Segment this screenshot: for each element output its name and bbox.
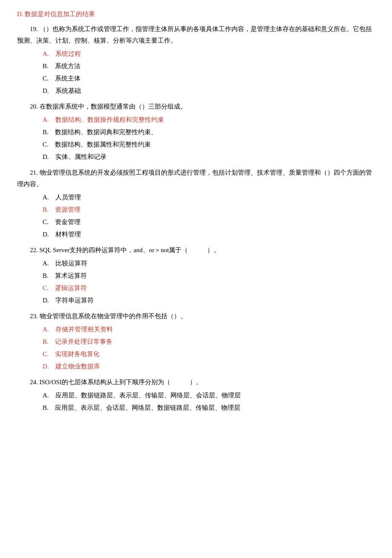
q23-text: 23. 物业管理信息系统在物业管理中的作用不包括（）。 [17, 311, 375, 322]
q23-number: 23. [30, 313, 38, 319]
q23-a-label: A. [43, 326, 55, 333]
q21-c-text: 资金管理 [55, 219, 81, 225]
q23-b-label: B. [43, 338, 55, 345]
q21-c-label: C. [43, 219, 55, 225]
q21-a-label: A. [43, 194, 55, 201]
q20-b-text: 数据结构、数据词典和完整性约束、 [55, 129, 157, 135]
q23-body: 物业管理信息系统在物业管理中的作用不包括（）。 [40, 313, 187, 319]
q21-option-b: B. 资源管理 [43, 204, 375, 216]
q19-body: （）也称为系统工作或管理工作，指管理主体所从事的各项具体工作内容，是管理主体存在… [17, 26, 372, 44]
question-21: 21. 物业管理信息系统的开发必须按照工程项目的形式进行管理，包括计划管理、技术… [17, 167, 375, 240]
q22-option-b: B. 算术运算符 [43, 270, 375, 282]
q19-d-text: 系统基础 [55, 87, 81, 94]
q20-option-c: C. 数据结构、数据属性和完整性约束 [43, 139, 375, 150]
q20-a-text: 数据结构、数据操作规程和完整性约束 [55, 116, 164, 123]
q23-option-b: B. 记录并处理日常事务 [43, 336, 375, 348]
q20-option-d: D. 实体、属性和记录 [43, 151, 375, 163]
q22-options: A. 比较运算符 B. 算术运算符 C. 逻辑运算符 D. 字符串运算符 [17, 258, 375, 306]
q22-text: 22. SQL Server支持的四种运算符中，and、or＞not属于（ ）。 [17, 244, 375, 256]
q22-number: 22. [30, 247, 38, 253]
q23-option-d: D. 建立物业数据库 [43, 361, 375, 372]
q19-b-label: B. [43, 63, 55, 69]
q24-b-text: 应用层、表示层、会话层、网络层、数据链路层、传输层、物理层 [55, 404, 240, 411]
q19-c-text: 系统主体 [55, 75, 81, 82]
q23-c-text: 实现财务电算化 [55, 351, 100, 357]
q20-c-text: 数据结构、数据属性和完整性约束 [55, 141, 151, 148]
question-19: 19. （）也称为系统工作或管理工作，指管理主体所从事的各项具体工作内容，是管理… [17, 23, 375, 97]
q21-option-c: C. 资金管理 [43, 216, 375, 228]
q23-d-label: D. [43, 363, 55, 370]
q19-option-b: B. 系统方法 [43, 60, 375, 72]
question-24: 24. ISO/OSI的七层体系结构从上到下顺序分别为（ ）。 A. 应用层、数… [17, 377, 375, 414]
q19-options: A. 系统过程 B. 系统方法 C. 系统主体 D. 系统基础 [17, 48, 375, 97]
q21-number: 21. [30, 169, 38, 176]
question-23: 23. 物业管理信息系统在物业管理中的作用不包括（）。 A. 存储并管理相关资料… [17, 311, 375, 372]
q20-d-text: 实体、属性和记录 [55, 153, 107, 160]
q21-body: 物业管理信息系统的开发必须按照工程项目的形式进行管理，包括计划管理、技术管理、质… [17, 169, 372, 187]
q18-d-label: D. [17, 11, 23, 17]
q22-c-text: 逻辑运算符 [55, 285, 87, 291]
q23-option-a: A. 存储并管理相关资料 [43, 324, 375, 335]
q24-a-label: A. [43, 392, 55, 399]
q22-option-d: D. 字符串运算符 [43, 295, 375, 306]
q21-option-a: A. 人员管理 [43, 192, 375, 203]
q22-option-a: A. 比较运算符 [43, 258, 375, 269]
q23-b-text: 记录并处理日常事务 [55, 338, 112, 345]
q21-d-label: D. [43, 231, 55, 238]
q21-a-text: 人员管理 [55, 194, 81, 201]
q20-text: 20. 在数据库系统中，数据模型通常由（）三部分组成。 [17, 101, 375, 112]
question-22: 22. SQL Server支持的四种运算符中，and、or＞not属于（ ）。… [17, 244, 375, 306]
q24-a-text: 应用层、数据链路层、表示层、传输层、网络层、会话层、物理层 [55, 392, 241, 399]
q19-b-text: 系统方法 [55, 63, 81, 69]
q24-text: 24. ISO/OSI的七层体系结构从上到下顺序分别为（ ）。 [17, 377, 375, 388]
q21-d-text: 材料管理 [55, 231, 81, 238]
q22-a-text: 比较运算符 [55, 260, 87, 267]
q19-option-a: A. 系统过程 [43, 48, 375, 60]
q19-option-c: C. 系统主体 [43, 73, 375, 84]
q24-options: A. 应用层、数据链路层、表示层、传输层、网络层、会话层、物理层 B. 应用层、… [17, 390, 375, 414]
q21-options: A. 人员管理 B. 资源管理 C. 资金管理 D. 材料管理 [17, 192, 375, 240]
q22-b-label: B. [43, 272, 55, 279]
q20-options: A. 数据结构、数据操作规程和完整性约束 B. 数据结构、数据词典和完整性约束、… [17, 114, 375, 163]
q21-option-d: D. 材料管理 [43, 229, 375, 240]
q19-a-text: 系统过程 [55, 50, 81, 57]
q21-b-label: B. [43, 206, 55, 213]
q20-c-label: C. [43, 141, 55, 148]
q21-b-text: 资源管理 [55, 206, 81, 213]
q19-a-label: A. [43, 50, 55, 57]
q18-option-d: D. 数据是对信息加工的结果 [17, 9, 375, 20]
q24-number: 24. [30, 379, 38, 385]
q24-option-b: B. 应用层、表示层、会话层、网络层、数据链路层、传输层、物理层 [43, 402, 375, 414]
q19-c-label: C. [43, 75, 55, 82]
q23-options: A. 存储并管理相关资料 B. 记录并处理日常事务 C. 实现财务电算化 D. … [17, 324, 375, 372]
q22-body: SQL Server支持的四种运算符中，and、or＞not属于（ ）。 [40, 247, 220, 253]
q23-a-text: 存储并管理相关资料 [55, 326, 113, 333]
q24-option-a: A. 应用层、数据链路层、表示层、传输层、网络层、会话层、物理层 [43, 390, 375, 401]
q23-c-label: C. [43, 351, 55, 357]
q20-option-b: B. 数据结构、数据词典和完整性约束、 [43, 127, 375, 138]
q22-b-text: 算术运算符 [55, 272, 87, 279]
q22-option-c: C. 逻辑运算符 [43, 282, 375, 294]
q19-text: 19. （）也称为系统工作或管理工作，指管理主体所从事的各项具体工作内容，是管理… [17, 23, 375, 46]
q20-a-label: A. [43, 116, 55, 123]
q20-body: 在数据库系统中，数据模型通常由（）三部分组成。 [40, 103, 187, 110]
q22-d-label: D. [43, 297, 55, 304]
q23-option-c: C. 实现财务电算化 [43, 348, 375, 360]
q24-b-label: B. [43, 404, 55, 411]
q21-text: 21. 物业管理信息系统的开发必须按照工程项目的形式进行管理，包括计划管理、技术… [17, 167, 375, 190]
q18-d-text: 数据是对信息加工的结果 [25, 11, 95, 17]
q20-option-a: A. 数据结构、数据操作规程和完整性约束 [43, 114, 375, 126]
q24-body: ISO/OSI的七层体系结构从上到下顺序分别为（ ）。 [40, 379, 203, 385]
q20-d-label: D. [43, 153, 55, 160]
q23-d-text: 建立物业数据库 [55, 363, 100, 370]
question-20: 20. 在数据库系统中，数据模型通常由（）三部分组成。 A. 数据结构、数据操作… [17, 101, 375, 163]
q19-number: 19. [30, 26, 38, 32]
q22-d-text: 字符串运算符 [55, 297, 94, 304]
q20-number: 20. [30, 103, 38, 110]
q22-a-label: A. [43, 260, 55, 267]
q19-d-label: D. [43, 87, 55, 94]
q19-option-d: D. 系统基础 [43, 85, 375, 97]
q20-b-label: B. [43, 129, 55, 135]
q22-c-label: C. [43, 285, 55, 291]
